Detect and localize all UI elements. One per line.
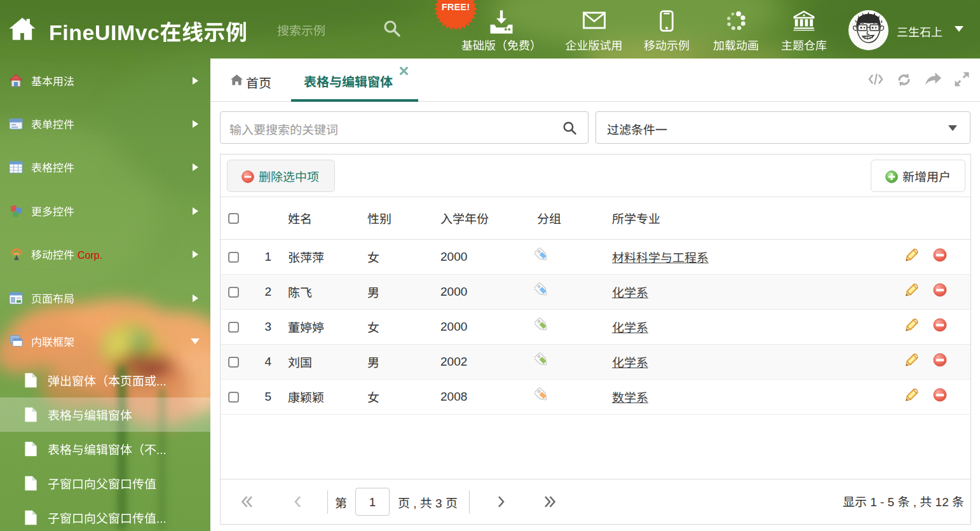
svg-text:FREE!: FREE!	[442, 2, 470, 12]
